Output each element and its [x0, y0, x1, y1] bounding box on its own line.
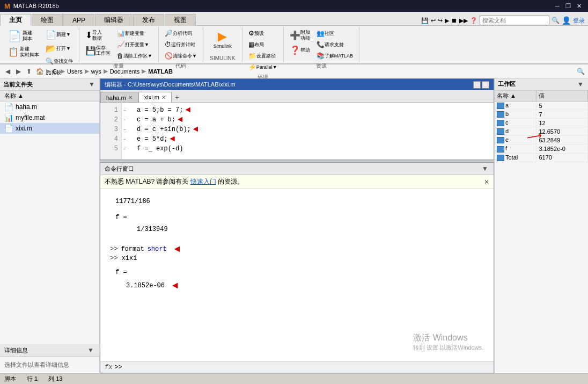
file-item-xixi[interactable]: 📄 xixi.m: [0, 123, 99, 134]
ribbon-group-simulink: ▶ Simulink SIMULINK: [203, 27, 242, 62]
save-button[interactable]: 💾 保存工作区: [83, 44, 113, 59]
set-path-button[interactable]: 📁 设置路径: [246, 50, 280, 61]
tab-xixi-close[interactable]: ✕: [161, 95, 166, 100]
detail-menu-button[interactable]: ▼: [86, 346, 95, 354]
tab-haha-close[interactable]: ✕: [128, 95, 133, 100]
back-button[interactable]: ◀: [3, 67, 12, 76]
open-button[interactable]: 📂 打开▼: [43, 42, 76, 55]
tab-view[interactable]: 视图: [165, 14, 196, 26]
layout-button[interactable]: ▦ 布局: [246, 39, 280, 50]
up-button[interactable]: ⬆: [25, 67, 33, 76]
path-wys[interactable]: wys: [91, 68, 101, 75]
tab-plot[interactable]: 绘图: [32, 14, 63, 26]
workspace-row-b[interactable]: b 7: [495, 110, 588, 119]
path-users[interactable]: Users: [67, 68, 83, 75]
help-button[interactable]: ❓ 帮助: [287, 44, 313, 57]
add-ons-button[interactable]: ➕ 附加功能: [287, 28, 313, 43]
current-folder-menu-button[interactable]: ▼: [87, 80, 96, 89]
cmd-line-f-equals: f =: [105, 214, 489, 221]
code-line-5: f =̲ exp(-d): [137, 144, 489, 154]
find-files-button[interactable]: 🔍 查找文件: [43, 56, 76, 67]
editor-close-button[interactable]: ✕: [482, 81, 489, 89]
tab-app[interactable]: APP: [63, 14, 94, 26]
import-button[interactable]: ⬇ 导入数据: [83, 28, 113, 43]
detail-title: 详细信息: [4, 346, 28, 354]
clear-workspace-button[interactable]: 🗑 清除工作区▼: [114, 50, 155, 61]
status-row: 行 1: [27, 375, 38, 383]
file-column-header: 名称 ▲: [0, 91, 99, 102]
address-search-button[interactable]: 🔍: [576, 67, 585, 76]
title-bar-controls: ─ ❐ ✕: [553, 2, 584, 10]
title-bar: M MATLAB R2018b ─ ❐ ✕: [0, 0, 588, 12]
tab-haha[interactable]: haha.m ✕: [100, 92, 138, 103]
prompt-symbol: >>: [114, 364, 122, 371]
new-live-button[interactable]: 📋 新建实时脚本: [5, 45, 42, 60]
tab-editor[interactable]: 编辑器: [95, 14, 133, 26]
file-name-1: haha.m: [16, 103, 37, 111]
path-matlab[interactable]: MATLAB: [148, 68, 173, 75]
restore-button[interactable]: ❐: [563, 2, 573, 10]
community-button[interactable]: 👥 社区: [314, 28, 356, 39]
close-button[interactable]: ✕: [574, 2, 584, 10]
path-c[interactable]: C:: [53, 68, 58, 75]
ribbon-group-variable: ⬇ 导入数据 💾 保存工作区 📊 新建变量 📈 打开变量▼ �: [79, 27, 159, 62]
cmd-line-result: 3.1852e-06 ◄: [105, 280, 489, 291]
workspace-arrow-area: ⟶: [495, 162, 588, 173]
forward-button[interactable]: ▶: [14, 67, 23, 76]
parallel-button[interactable]: ⚡ Parallel▼: [246, 62, 280, 73]
request-support-button[interactable]: 📞 请求支持: [314, 39, 356, 50]
simulink-button[interactable]: ▶ Simulink: [207, 28, 239, 50]
file-item-haha[interactable]: 📄 haha.m: [0, 102, 99, 112]
path-documents[interactable]: Documents: [110, 68, 140, 75]
login-label[interactable]: 登录: [573, 17, 585, 25]
analyze-code-button[interactable]: 🔎 分析代码: [162, 28, 200, 39]
tab-home[interactable]: 主页: [0, 14, 31, 26]
new-script-button[interactable]: 📄 新建脚本: [5, 28, 42, 44]
workspace-row-f[interactable]: f 3.1852e-0: [495, 144, 588, 153]
command-window: 命令行窗口 ▼ 不熟悉 MATLAB? 请参阅有关 快速入门 的资源。 ✕ 11…: [100, 162, 494, 373]
tab-publish[interactable]: 发布: [133, 14, 164, 26]
workspace-var-d-value: 12.6570: [536, 127, 588, 136]
prefs-button[interactable]: ⚙ 预设: [246, 28, 280, 39]
workspace-menu-button[interactable]: ▼: [576, 80, 585, 89]
tab-add-button[interactable]: +: [172, 92, 182, 103]
home-button[interactable]: 🏠: [35, 67, 44, 76]
editor-titlebar: 编辑器 - C:\Users\wys\Documents\MATLAB\xixi…: [100, 79, 494, 90]
dash-2: -: [123, 115, 131, 125]
run-timer-button[interactable]: ⏱ 运行并计时: [162, 39, 200, 50]
quick-start-link[interactable]: 快速入门: [190, 178, 216, 185]
workspace-row-c[interactable]: c 12: [495, 119, 588, 127]
tab-xixi[interactable]: xixi.m ✕: [138, 92, 172, 103]
cmd-line-format-short: >> format short ◄: [105, 244, 489, 255]
workspace-var-f-value: 3.1852e-0: [536, 144, 588, 153]
new-button[interactable]: 📄 新建▼: [43, 28, 76, 41]
command-content[interactable]: 11771/186 f = 1/313949 >> format short ◄…: [100, 189, 494, 361]
new-var-button[interactable]: 📊 新建变量: [114, 28, 155, 39]
editor-minimize-button[interactable]: ─: [473, 81, 481, 89]
command-input[interactable]: [124, 364, 489, 371]
open-var-button[interactable]: 📈 打开变量▼: [114, 39, 155, 50]
clear-cmd-button[interactable]: 🚫 清除命令▼: [162, 50, 200, 61]
simulink-group-content: ▶ Simulink: [207, 28, 239, 54]
code-text-1: a = 5;b = 7;: [137, 105, 183, 115]
editor-content: 1 2 3 4 5 - - - - - a = 5;b = 7; ◄: [100, 103, 494, 160]
workspace-row-a[interactable]: a 5: [495, 102, 588, 110]
path-sep-3: ▶: [104, 68, 108, 75]
search-input[interactable]: [480, 16, 549, 25]
dash-5: -: [123, 144, 131, 154]
command-window-menu-button[interactable]: ▼: [481, 164, 489, 173]
code-text-4: e = 5*d;: [137, 134, 168, 144]
dash-3: -: [123, 125, 131, 134]
code-line-3: d = c +sin(b); ◄: [137, 125, 489, 134]
minimize-button[interactable]: ─: [553, 2, 562, 10]
m-file-icon-2: 📄: [4, 124, 13, 133]
file-name-2: myfile.mat: [16, 114, 45, 121]
address-bar: ◀ ▶ ⬆ 🏠 ▶ C: ▶ Users ▶ wys ▶ Documents ▶…: [0, 64, 588, 78]
workspace-row-total[interactable]: Total 6170: [495, 153, 588, 162]
notice-close-button[interactable]: ✕: [484, 178, 489, 186]
title-text: MATLAB R2018b: [13, 3, 59, 9]
dash-4: -: [123, 134, 131, 144]
learn-matlab-button[interactable]: 📚 了解MATLAB: [314, 50, 356, 61]
file-item-myfile[interactable]: 📊 myfile.mat: [0, 112, 99, 123]
tab-haha-label: haha.m: [106, 95, 126, 101]
